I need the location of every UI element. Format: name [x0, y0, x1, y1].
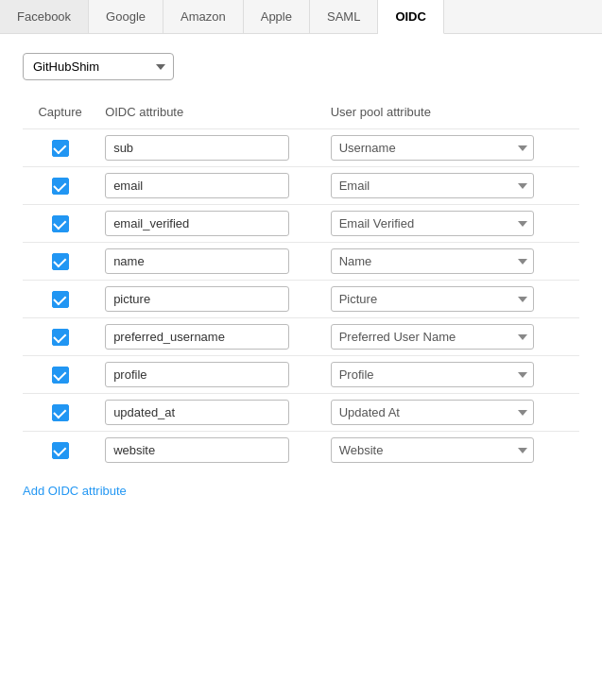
pool-select-row-2[interactable]: Email Verified: [331, 211, 534, 236]
oidc-input-row-3[interactable]: [105, 248, 289, 274]
header-pool-attr: User pool attribute: [323, 99, 579, 129]
tabs-bar: Facebook Google Amazon Apple SAML OIDC: [0, 0, 602, 34]
main-content: GitHubShim Capture OIDC attribute User p…: [0, 34, 602, 517]
table-row: Username: [23, 129, 579, 167]
tab-amazon[interactable]: Amazon: [163, 0, 244, 33]
checkbox-row-2[interactable]: [52, 215, 69, 232]
pool-select-row-5[interactable]: Preferred User Name: [331, 324, 534, 350]
pool-select-row-1[interactable]: Email: [331, 173, 534, 198]
pool-select-row-4[interactable]: Picture: [331, 286, 534, 312]
oidc-input-row-4[interactable]: [105, 286, 289, 312]
tab-oidc[interactable]: OIDC: [378, 0, 444, 34]
checkbox-row-1[interactable]: [52, 178, 69, 195]
table-row: Email: [23, 167, 579, 205]
checkbox-row-5[interactable]: [52, 329, 69, 346]
oidc-input-row-8[interactable]: [105, 437, 289, 463]
table-row: Website: [23, 432, 579, 470]
checkbox-row-8[interactable]: [52, 442, 69, 459]
table-row: Updated At: [23, 394, 579, 432]
oidc-input-row-5[interactable]: [105, 324, 289, 350]
table-row: Preferred User Name: [23, 318, 579, 356]
oidc-input-row-7[interactable]: [105, 400, 289, 425]
attribute-table: Capture OIDC attribute User pool attribu…: [23, 99, 579, 469]
provider-dropdown-wrapper: GitHubShim: [23, 53, 579, 80]
pool-select-row-6[interactable]: Profile: [331, 362, 534, 387]
tab-google[interactable]: Google: [89, 0, 163, 33]
pool-select-row-7[interactable]: Updated At: [331, 400, 534, 425]
oidc-input-row-1[interactable]: [105, 173, 289, 198]
checkbox-row-6[interactable]: [52, 367, 69, 384]
checkbox-row-0[interactable]: [52, 140, 69, 157]
tab-apple[interactable]: Apple: [244, 0, 310, 33]
checkbox-row-7[interactable]: [52, 404, 69, 421]
checkbox-row-3[interactable]: [52, 253, 69, 270]
pool-select-row-3[interactable]: Name: [331, 248, 534, 274]
add-oidc-attribute-link[interactable]: Add OIDC attribute: [23, 484, 127, 498]
oidc-input-row-6[interactable]: [105, 362, 289, 387]
oidc-input-row-2[interactable]: [105, 211, 289, 236]
oidc-input-row-0[interactable]: [105, 135, 289, 161]
provider-dropdown[interactable]: GitHubShim: [23, 53, 174, 80]
header-oidc-attr: OIDC attribute: [97, 99, 323, 129]
table-row: Name: [23, 243, 579, 281]
table-row: Profile: [23, 356, 579, 394]
table-row: Email Verified: [23, 205, 579, 243]
header-capture: Capture: [23, 99, 97, 129]
tab-saml[interactable]: SAML: [310, 0, 378, 33]
pool-select-row-0[interactable]: Username: [331, 135, 534, 161]
tab-facebook[interactable]: Facebook: [0, 0, 89, 33]
pool-select-row-8[interactable]: Website: [331, 437, 534, 463]
table-row: Picture: [23, 281, 579, 318]
checkbox-row-4[interactable]: [52, 291, 69, 308]
